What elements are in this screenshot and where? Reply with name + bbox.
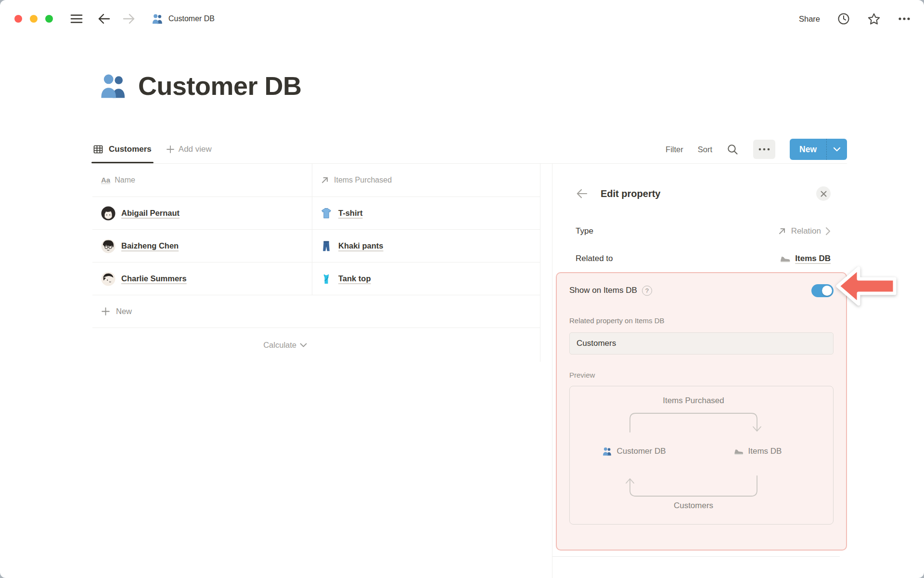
tab-customers[interactable]: Customers — [92, 135, 152, 163]
preview-items-db-node: Items DB — [733, 446, 782, 457]
panel-back-icon[interactable] — [576, 188, 588, 199]
hamburger-icon[interactable] — [70, 13, 83, 24]
calculate-button[interactable]: Calculate — [92, 328, 312, 362]
row-item-link[interactable]: Tank top — [338, 274, 371, 283]
close-icon[interactable] — [816, 186, 831, 201]
chevron-down-icon — [300, 343, 307, 347]
related-property-label: Related property on Items DB — [569, 316, 834, 325]
window-controls — [14, 15, 53, 23]
plus-icon — [101, 307, 110, 316]
ellipsis-icon[interactable] — [898, 17, 911, 21]
back-icon[interactable] — [97, 13, 111, 25]
title-property-icon: Aa — [101, 176, 110, 184]
close-window-button[interactable] — [14, 15, 22, 23]
title-bar: Customer DB Share — [0, 0, 924, 38]
tank-top-icon — [320, 273, 333, 285]
plus-icon — [166, 145, 175, 154]
minimize-window-button[interactable] — [30, 15, 38, 23]
column-header-items-purchased[interactable]: Items Purchased — [312, 164, 540, 197]
add-view-label: Add view — [179, 144, 212, 154]
calculate-row: Calculate — [92, 328, 540, 362]
people-icon — [151, 13, 164, 25]
preview-customer-db-node: Customer DB — [602, 446, 666, 457]
row-name-link[interactable]: Baizheng Chen — [121, 241, 179, 250]
edit-property-header: Edit property — [576, 184, 831, 204]
view-controls: Filter Sort New — [666, 139, 847, 160]
table-row: Baizheng Chen Khaki pants — [92, 230, 540, 263]
table-row: Abigail Pernaut T-shirt — [92, 197, 540, 230]
name-cell[interactable]: Baizheng Chen — [92, 230, 312, 262]
related-to-row: Related to Items DB — [576, 249, 831, 268]
sneaker-icon — [733, 446, 744, 457]
highlighted-settings-box: Show on Items DB ? Related property on I… — [556, 272, 847, 551]
customers-table: Aa Name Items Purchased Abigail Pernaut — [92, 164, 540, 362]
breadcrumb[interactable]: Customer DB — [151, 13, 215, 25]
related-to-value-button[interactable]: Items DB — [779, 253, 831, 264]
column-name-label: Name — [115, 176, 135, 184]
red-pointer-arrow — [835, 264, 897, 308]
relation-arrow-icon — [320, 175, 330, 185]
preview-right-node-label: Items DB — [748, 447, 782, 456]
help-icon[interactable]: ? — [642, 286, 652, 296]
relation-preview-diagram: Items Purchased Customer DB Items DB Cus… — [569, 386, 834, 525]
preview-top-label: Items Purchased — [663, 396, 724, 406]
row-name-link[interactable]: Charlie Summers — [121, 274, 187, 283]
new-row-button[interactable]: New — [92, 295, 540, 328]
relation-arrow-icon — [777, 226, 787, 236]
page-header: Customer DB — [98, 70, 302, 101]
search-icon[interactable] — [727, 144, 739, 156]
related-to-value-label: Items DB — [795, 254, 831, 263]
sort-button[interactable]: Sort — [698, 145, 712, 154]
type-row: Type Relation — [576, 222, 831, 241]
table-row: Charlie Summers Tank top — [92, 263, 540, 295]
items-cell[interactable]: Tank top — [312, 263, 540, 295]
avatar — [101, 206, 116, 221]
type-label: Type — [576, 226, 593, 236]
new-row-label: New — [116, 307, 132, 316]
show-on-items-db-toggle[interactable] — [811, 284, 834, 297]
show-toggle-label: Show on Items DB — [569, 286, 637, 295]
row-item-link[interactable]: T-shirt — [338, 209, 362, 218]
column-header-name[interactable]: Aa Name — [92, 164, 312, 197]
related-property-input[interactable] — [569, 332, 834, 355]
view-toolbar: Customers Add view Filter Sort New — [92, 135, 847, 163]
star-icon[interactable] — [867, 13, 881, 26]
avatar — [101, 272, 116, 286]
share-button[interactable]: Share — [799, 14, 820, 24]
panel-section-divider — [552, 556, 840, 557]
name-cell[interactable]: Charlie Summers — [92, 263, 312, 295]
avatar — [101, 239, 116, 253]
new-record-button[interactable]: New — [790, 139, 847, 160]
app-window: Customer DB Share Customer DB — [0, 0, 924, 578]
items-cell[interactable]: T-shirt — [312, 197, 540, 229]
clock-icon[interactable] — [837, 13, 850, 25]
topbar-actions: Share — [799, 13, 911, 26]
chevron-down-icon[interactable] — [826, 139, 847, 160]
table-header-row: Aa Name Items Purchased — [92, 164, 540, 197]
more-options-button[interactable] — [753, 140, 775, 159]
page-title: Customer DB — [138, 71, 302, 101]
preview-label: Preview — [569, 371, 834, 379]
calculate-label: Calculate — [263, 341, 296, 350]
zoom-window-button[interactable] — [45, 15, 53, 23]
preview-left-node-label: Customer DB — [616, 447, 666, 456]
people-icon — [98, 70, 128, 101]
preview-bottom-label: Customers — [674, 501, 713, 511]
filter-button[interactable]: Filter — [666, 145, 683, 154]
forward-icon[interactable] — [122, 13, 136, 25]
add-view-button[interactable]: Add view — [166, 144, 212, 154]
chevron-right-icon — [825, 227, 831, 236]
sneaker-icon — [779, 253, 791, 264]
column-items-label: Items Purchased — [334, 176, 392, 184]
show-on-items-db-row: Show on Items DB ? — [569, 279, 834, 302]
items-cell[interactable]: Khaki pants — [312, 230, 540, 262]
jeans-icon — [320, 240, 333, 252]
type-value-button[interactable]: Relation — [777, 226, 831, 236]
row-item-link[interactable]: Khaki pants — [338, 241, 384, 250]
tab-label: Customers — [109, 144, 152, 154]
panel-divider — [552, 164, 552, 578]
row-name-link[interactable]: Abigail Pernaut — [121, 209, 180, 218]
new-button-label: New — [790, 139, 826, 160]
related-to-label: Related to — [576, 254, 613, 263]
name-cell[interactable]: Abigail Pernaut — [92, 197, 312, 229]
